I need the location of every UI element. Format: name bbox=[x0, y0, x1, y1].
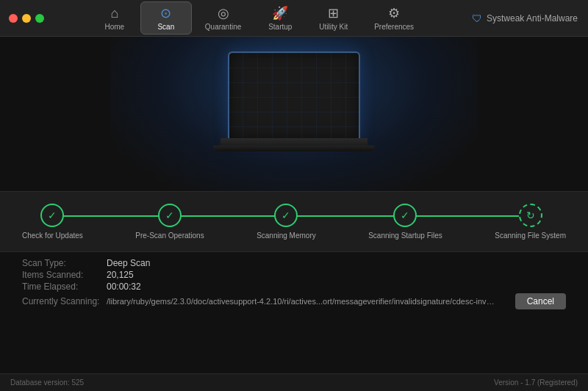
step-check-updates: ✓ Check for Updates bbox=[22, 204, 83, 240]
step-label-pre-scan: Pre-Scan Operations bbox=[135, 232, 204, 240]
step-circle-scan-memory: ✓ bbox=[274, 204, 298, 227]
nav-label-quarantine: Quarantine bbox=[205, 23, 241, 31]
nav-item-preferences[interactable]: ⚙ Preferences bbox=[361, 2, 427, 34]
steps-container: ✓ Check for Updates ✓ Pre-Scan Operation… bbox=[0, 191, 588, 251]
brand: 🛡 Systweak Anti-Malware bbox=[472, 12, 588, 24]
step-circle-pre-scan: ✓ bbox=[158, 204, 182, 227]
laptop-illustration bbox=[213, 51, 375, 169]
quarantine-icon: ◎ bbox=[218, 5, 229, 21]
step-circle-check-updates: ✓ bbox=[40, 204, 64, 227]
nav-label-preferences: Preferences bbox=[374, 23, 414, 31]
minimize-button[interactable] bbox=[22, 14, 31, 23]
db-version: Database version: 525 bbox=[10, 379, 84, 387]
step-circle-scan-filesystem: ↻ bbox=[519, 204, 542, 227]
nav-item-quarantine[interactable]: ◎ Quarantine bbox=[192, 2, 254, 34]
info-area: Scan Type: Deep Scan Items Scanned: 20,1… bbox=[0, 251, 588, 315]
main-content: ✓ Check for Updates ✓ Pre-Scan Operation… bbox=[0, 37, 588, 373]
scan-type-label: Scan Type: bbox=[22, 258, 107, 268]
traffic-lights bbox=[0, 14, 44, 23]
laptop-bottom bbox=[213, 146, 375, 151]
nav-item-startup[interactable]: 🚀 Startup bbox=[254, 2, 306, 34]
step-label-scan-filesystem: Scanning File System bbox=[495, 232, 566, 240]
startup-icon: 🚀 bbox=[272, 5, 288, 21]
home-icon: ⌂ bbox=[110, 6, 118, 21]
nav-item-home[interactable]: ⌂ Home bbox=[89, 3, 140, 34]
laptop-screen bbox=[228, 51, 360, 140]
time-elapsed-row: Time Elapsed: 00:00:32 bbox=[22, 281, 566, 292]
nav-label-utility-kit: Utility Kit bbox=[319, 23, 348, 31]
preferences-icon: ⚙ bbox=[388, 5, 400, 21]
scan-grid-overlay bbox=[228, 53, 360, 141]
step-scan-startup: ✓ Scanning Startup Files bbox=[368, 204, 442, 240]
utility-kit-icon: ⊞ bbox=[328, 5, 339, 21]
items-scanned-value: 20,125 bbox=[107, 270, 134, 280]
step-scan-filesystem: ↻ Scanning File System bbox=[495, 204, 566, 240]
nav-label-scan: Scan bbox=[157, 23, 174, 31]
step-label-scan-startup: Scanning Startup Files bbox=[368, 232, 442, 240]
brand-shield-icon: 🛡 bbox=[472, 12, 482, 24]
step-label-scan-memory: Scanning Memory bbox=[257, 232, 316, 240]
time-elapsed-label: Time Elapsed: bbox=[22, 281, 107, 292]
step-label-check-updates: Check for Updates bbox=[22, 232, 83, 240]
time-elapsed-value: 00:00:32 bbox=[107, 281, 141, 292]
titlebar: ⌂ Home ⊙ Scan ◎ Quarantine 🚀 Startup ⊞ U… bbox=[0, 0, 588, 37]
maximize-button[interactable] bbox=[35, 14, 44, 23]
nav-item-scan[interactable]: ⊙ Scan bbox=[140, 1, 192, 35]
nav-items: ⌂ Home ⊙ Scan ◎ Quarantine 🚀 Startup ⊞ U… bbox=[44, 1, 472, 35]
step-pre-scan: ✓ Pre-Scan Operations bbox=[135, 204, 204, 240]
nav-label-startup: Startup bbox=[268, 23, 292, 31]
nav-item-utility-kit[interactable]: ⊞ Utility Kit bbox=[306, 2, 361, 34]
currently-scanning-path: /library/ruby/gems/2.3.0/doc/activesuppo… bbox=[107, 297, 496, 306]
nav-label-home: Home bbox=[104, 23, 124, 31]
scan-type-row: Scan Type: Deep Scan bbox=[22, 258, 566, 268]
steps-row: ✓ Check for Updates ✓ Pre-Scan Operation… bbox=[22, 204, 566, 240]
step-scan-memory: ✓ Scanning Memory bbox=[257, 204, 316, 240]
footer: Database version: 525 Version - 1.7 (Reg… bbox=[0, 373, 588, 391]
step-circle-scan-startup: ✓ bbox=[393, 204, 417, 227]
cancel-button[interactable]: Cancel bbox=[515, 293, 566, 309]
app-version: Version - 1.7 (Registered) bbox=[494, 379, 578, 387]
brand-name: Systweak Anti-Malware bbox=[487, 13, 578, 24]
currently-scanning-row: Currently Scanning: /library/ruby/gems/2… bbox=[22, 293, 566, 309]
currently-scanning-label: Currently Scanning: bbox=[22, 296, 107, 306]
items-scanned-label: Items Scanned: bbox=[22, 270, 107, 280]
items-scanned-row: Items Scanned: 20,125 bbox=[22, 270, 566, 280]
scan-icon: ⊙ bbox=[160, 5, 171, 21]
close-button[interactable] bbox=[9, 14, 18, 23]
scan-type-value: Deep Scan bbox=[107, 258, 150, 268]
